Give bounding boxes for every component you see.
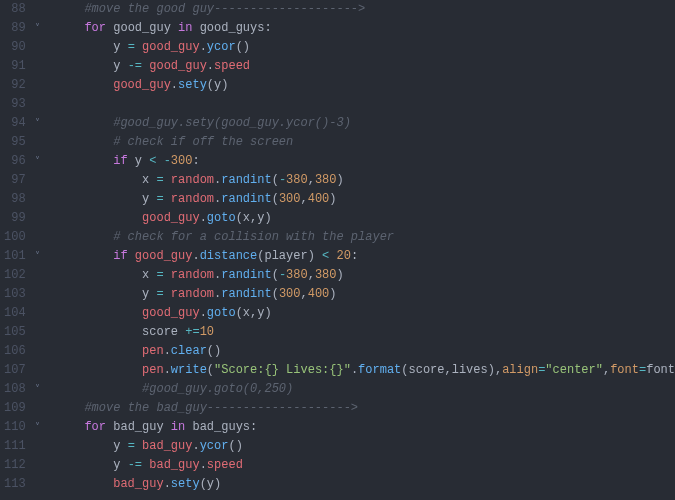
line-number-text: 91 (11, 57, 25, 76)
code-token: x (56, 173, 157, 187)
code-token (56, 211, 142, 225)
line-number: 91 (4, 57, 44, 76)
code-line[interactable]: score +=10 (56, 323, 675, 342)
code-line[interactable]: good_guy.sety(y) (56, 76, 675, 95)
code-token: score (56, 325, 186, 339)
line-number-text: 93 (11, 95, 25, 114)
code-line[interactable]: x = random.randint(-380,380) (56, 266, 675, 285)
code-line[interactable]: y = random.randint(300,400) (56, 190, 675, 209)
code-line[interactable]: pen.write("Score:{} Lives:{}".format(sco… (56, 361, 675, 380)
code-token (56, 420, 85, 434)
code-line[interactable]: for bad_guy in bad_guys: (56, 418, 675, 437)
line-number: 110˅ (4, 418, 44, 437)
code-token: , (301, 287, 308, 301)
code-token: . (200, 211, 207, 225)
code-line[interactable]: #move the good guy--------------------> (56, 0, 675, 19)
fold-indicator-icon[interactable]: ˅ (30, 418, 40, 437)
code-token: . (192, 439, 199, 453)
code-token: ) (329, 287, 336, 301)
code-token: 380 (286, 268, 308, 282)
code-line[interactable]: #move the bad_guy--------------------> (56, 399, 675, 418)
code-token: 10 (200, 325, 214, 339)
code-token: ) (329, 192, 336, 206)
line-number-text: 106 (4, 342, 26, 361)
code-line[interactable]: if good_guy.distance(player) < 20: (56, 247, 675, 266)
code-token: += (185, 325, 199, 339)
code-token: () (207, 344, 221, 358)
code-line[interactable]: good_guy.goto(x,y) (56, 304, 675, 323)
fold-indicator-icon[interactable]: ˅ (30, 247, 40, 266)
code-line[interactable]: y = random.randint(300,400) (56, 285, 675, 304)
line-number-text: 94 (11, 114, 25, 133)
line-number: 92 (4, 76, 44, 95)
code-editor[interactable]: 8889˅9091929394˅9596˅979899100101˅102103… (0, 0, 675, 500)
code-token (156, 154, 163, 168)
line-number-text: 100 (4, 228, 26, 247)
line-number-text: 105 (4, 323, 26, 342)
code-token: bad_guy (113, 477, 163, 491)
code-token: "center" (545, 363, 603, 377)
code-line[interactable]: x = random.randint(-380,380) (56, 171, 675, 190)
code-token: ( (272, 268, 279, 282)
code-line[interactable]: y = bad_guy.ycor() (56, 437, 675, 456)
line-number-text: 101 (4, 247, 26, 266)
code-token: ) (337, 173, 344, 187)
line-number: 88 (4, 0, 44, 19)
code-line[interactable]: bad_guy.sety(y) (56, 475, 675, 494)
line-number-text: 113 (4, 475, 26, 494)
line-number-gutter: 8889˅9091929394˅9596˅979899100101˅102103… (0, 0, 48, 500)
code-token: random (171, 287, 214, 301)
code-line[interactable]: y = good_guy.ycor() (56, 38, 675, 57)
code-token (135, 40, 142, 54)
code-token: = (128, 439, 135, 453)
line-number: 101˅ (4, 247, 44, 266)
code-token: , (301, 192, 308, 206)
fold-indicator-icon[interactable]: ˅ (30, 152, 40, 171)
code-line[interactable]: for good_guy in good_guys: (56, 19, 675, 38)
code-line[interactable]: #good_guy.goto(0,250) (56, 380, 675, 399)
code-token: = (156, 268, 163, 282)
code-token: sety (178, 78, 207, 92)
code-token: 300 (279, 287, 301, 301)
code-token (56, 249, 114, 263)
code-token (135, 439, 142, 453)
code-token: 380 (315, 173, 337, 187)
code-line[interactable]: pen.clear() (56, 342, 675, 361)
code-token: randint (221, 192, 271, 206)
code-token: (x,y) (236, 211, 272, 225)
code-token: () (228, 439, 242, 453)
code-token: -= (128, 59, 142, 73)
line-number: 106 (4, 342, 44, 361)
code-token (56, 116, 114, 130)
code-line[interactable]: y -= good_guy.speed (56, 57, 675, 76)
code-token: clear (171, 344, 207, 358)
fold-indicator-icon[interactable]: ˅ (30, 114, 40, 133)
code-token: . (164, 477, 171, 491)
code-token: y (56, 59, 128, 73)
code-line[interactable]: # check for a collision with the player (56, 228, 675, 247)
code-token: . (200, 458, 207, 472)
code-line[interactable]: if y < -300: (56, 152, 675, 171)
fold-indicator-icon[interactable]: ˅ (30, 19, 40, 38)
code-token: - (279, 173, 286, 187)
line-number: 105 (4, 323, 44, 342)
code-token: 380 (315, 268, 337, 282)
line-number: 102 (4, 266, 44, 285)
code-line[interactable]: #good_guy.sety(good_guy.ycor()-3) (56, 114, 675, 133)
line-number-text: 99 (11, 209, 25, 228)
line-number: 109 (4, 399, 44, 418)
code-token: = (156, 173, 163, 187)
fold-indicator-icon[interactable]: ˅ (30, 380, 40, 399)
code-line[interactable]: # check if off the screen (56, 133, 675, 152)
code-token (164, 192, 171, 206)
code-token: . (200, 40, 207, 54)
code-token: align (502, 363, 538, 377)
code-token: good_guy (113, 78, 171, 92)
code-token: good_guy (142, 306, 200, 320)
code-line[interactable]: y -= bad_guy.speed (56, 456, 675, 475)
code-line[interactable] (56, 95, 675, 114)
code-token: bad_guy (149, 458, 199, 472)
code-area[interactable]: #move the good guy--------------------> … (48, 0, 675, 500)
line-number: 89˅ (4, 19, 44, 38)
code-line[interactable]: good_guy.goto(x,y) (56, 209, 675, 228)
